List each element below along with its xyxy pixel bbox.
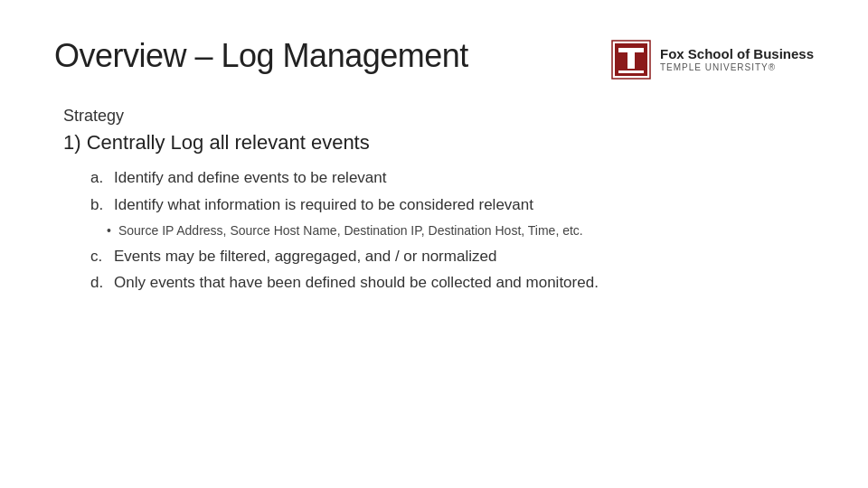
list-item-a-text: Identify and define events to be relevan… [114,167,386,189]
sub-list-cd: c. Events may be filtered, aggregaged, a… [63,246,814,295]
logo-container: Fox School of Business TEMPLE UNIVERSITY… [611,36,814,80]
slide-content: Strategy 1) Centrally Log all relevant e… [54,107,814,294]
logo-text: Fox School of Business TEMPLE UNIVERSITY… [660,46,814,73]
list-item-d-text: Only events that have been defined shoul… [114,272,599,294]
list-item-a: a. Identify and define events to be rele… [90,167,814,189]
strategy-label: Strategy [63,107,814,126]
list-item-c: c. Events may be filtered, aggregaged, a… [90,246,814,267]
list-item-b: b. Identify what information is required… [90,194,814,216]
bullet-item-text: Source IP Address, Source Host Name, Des… [118,221,583,240]
slide-header: Overview – Log Management Fox School of … [54,36,814,80]
bullet-sub-list: Source IP Address, Source Host Name, Des… [63,221,814,240]
svg-rect-3 [627,52,635,69]
list-item-a-letter: a. [90,167,107,189]
svg-rect-2 [618,48,644,52]
list-item-c-letter: c. [90,246,107,267]
list-item-d-letter: d. [90,272,107,294]
sub-list-ab: a. Identify and define events to be rele… [63,167,814,216]
fox-logo-icon [611,40,651,80]
svg-rect-4 [618,70,644,73]
slide-title: Overview – Log Management [54,36,468,75]
logo-school-name: Fox School of Business [660,46,814,62]
list-item-d: d. Only events that have been defined sh… [90,272,814,294]
logo-university-name: TEMPLE UNIVERSITY® [660,62,814,73]
list-item-c-text: Events may be filtered, aggregaged, and … [114,246,496,267]
slide: Overview – Log Management Fox School of … [0,0,868,488]
main-point: 1) Centrally Log all relevant events [63,131,814,155]
list-item-b-text: Identify what information is required to… [114,194,533,216]
list-item-b-letter: b. [90,194,107,216]
bullet-item: Source IP Address, Source Host Name, Des… [107,221,814,240]
